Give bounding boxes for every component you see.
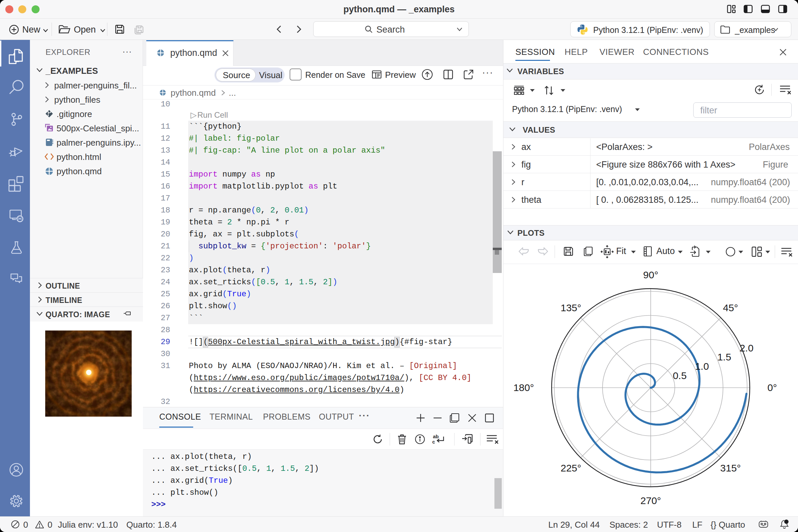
svg-text:180°: 180° [513, 382, 534, 393]
svg-text:225°: 225° [560, 462, 581, 474]
svg-text:1.0: 1.0 [695, 361, 709, 372]
svg-text:270°: 270° [640, 495, 661, 506]
svg-text:ab: ab [433, 434, 439, 439]
svg-text:1.5: 1.5 [717, 352, 731, 362]
svg-text:135°: 135° [560, 302, 581, 313]
svg-text:315°: 315° [720, 462, 741, 474]
svg-text:45°: 45° [723, 302, 738, 313]
svg-text:90°: 90° [643, 269, 658, 280]
svg-text:c: c [432, 439, 435, 444]
svg-text:0°: 0° [767, 382, 777, 393]
svg-text:0.5: 0.5 [673, 370, 687, 381]
svg-text:2.0: 2.0 [740, 342, 754, 354]
